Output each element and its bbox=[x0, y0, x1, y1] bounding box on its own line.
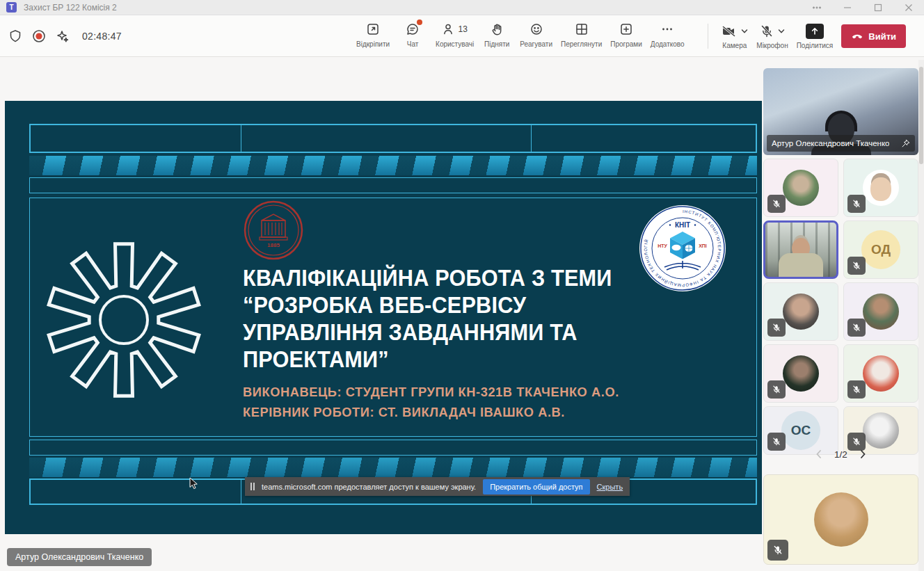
university-emblem: 1885 bbox=[243, 200, 304, 261]
participant-tile[interactable] bbox=[843, 159, 918, 217]
chat-unread-badge bbox=[417, 19, 422, 25]
participant-tile[interactable] bbox=[843, 344, 918, 403]
microphone-button[interactable]: Мікрофон bbox=[756, 23, 788, 49]
participants-grid: ОД ОС bbox=[763, 159, 918, 455]
slide-title: КВАЛІФІКАЦІЙНА РОБОТА З ТЕМИ “РОЗРОБКА В… bbox=[243, 265, 670, 373]
popout-icon bbox=[366, 21, 380, 38]
toolbar-left-group: 02:48:47 bbox=[8, 15, 122, 57]
banner-drag-handle-icon[interactable] bbox=[250, 483, 255, 490]
react-button[interactable]: Реагувати bbox=[516, 15, 557, 48]
presenter-name-tag: Артур Олександрович Ткаченко bbox=[7, 548, 152, 566]
muted-mic-icon bbox=[847, 319, 866, 337]
participant-initials: ОС bbox=[781, 411, 820, 450]
knit-left-text: НТУ bbox=[658, 243, 667, 248]
pinned-name-overlay: Артур Олександрович Ткаченко bbox=[767, 135, 915, 152]
more-actions-button[interactable]: Додатково bbox=[646, 15, 689, 48]
shield-icon bbox=[8, 29, 22, 43]
panel-scrollbar[interactable] bbox=[918, 60, 924, 571]
hang-up-icon bbox=[851, 30, 863, 42]
muted-mic-icon bbox=[767, 319, 786, 337]
unpin-label: Відкріпити bbox=[356, 40, 390, 48]
camera-chevron-icon[interactable] bbox=[741, 29, 748, 34]
more-actions-label: Додатково bbox=[651, 40, 685, 48]
participants-label: Користувачі bbox=[436, 40, 474, 48]
slide-thin-row-top bbox=[29, 177, 757, 193]
slide-subtitle: ВИКОНАВЕЦЬ: СТУДЕНТ ГРУПИ КН-321В ТКАЧЕН… bbox=[243, 382, 710, 423]
avatar bbox=[863, 412, 899, 449]
pager-next-icon[interactable] bbox=[859, 449, 867, 459]
avatar bbox=[783, 293, 819, 330]
slide-supervisor-line: КЕРІВНИК РОБОТИ: СТ. ВИКЛАДАЧ ІВАШКО А.В… bbox=[243, 402, 710, 422]
participant-tile[interactable] bbox=[763, 159, 838, 217]
minimize-icon[interactable] bbox=[832, 0, 863, 15]
add-app-icon bbox=[619, 21, 633, 38]
participant-tile[interactable] bbox=[763, 282, 838, 341]
maximize-icon[interactable] bbox=[863, 0, 893, 15]
participant-tile[interactable] bbox=[763, 344, 838, 403]
leave-label: Вийти bbox=[868, 31, 896, 42]
teams-meeting-window: T Захист БР 122 Комісія 2 02:48:47 bbox=[0, 0, 924, 571]
emblem-year: 1885 bbox=[267, 242, 280, 248]
raise-hand-icon bbox=[490, 21, 504, 38]
mic-chevron-icon[interactable] bbox=[778, 29, 785, 34]
participants-button[interactable]: 13 Користувачі bbox=[431, 15, 478, 48]
camera-label: Камера bbox=[722, 42, 747, 49]
pinned-video-tile[interactable]: Артур Олександрович Ткаченко bbox=[763, 68, 918, 155]
shared-screen-slide: 1885 ІНСТИТУТ КОМП'ЮТЕРНИХ НАУК ТА ІНФОР… bbox=[5, 101, 762, 534]
recording-indicator-icon bbox=[32, 29, 46, 43]
smiley-icon bbox=[529, 21, 543, 38]
slide-thin-row-bottom bbox=[29, 440, 757, 456]
participants-count: 13 bbox=[458, 24, 467, 34]
active-speaker-video-tile[interactable] bbox=[763, 220, 838, 279]
grid-view-icon bbox=[575, 21, 589, 38]
avatar bbox=[783, 355, 819, 392]
slide-executor-line: ВИКОНАВЕЦЬ: СТУДЕНТ ГРУПИ КН-321В ТКАЧЕН… bbox=[243, 382, 710, 402]
hide-banner-link[interactable]: Скрыть bbox=[597, 483, 623, 491]
window-title: Захист БР 122 Комісія 2 bbox=[24, 3, 117, 13]
gear-outline-graphic bbox=[44, 240, 204, 400]
camera-off-icon bbox=[721, 24, 738, 39]
avatar bbox=[863, 293, 899, 330]
slide-top-table bbox=[29, 124, 757, 153]
raise-hand-button[interactable]: Підняти bbox=[478, 15, 516, 48]
avatar bbox=[814, 492, 868, 547]
muted-mic-icon bbox=[847, 257, 866, 275]
teams-app-icon: T bbox=[6, 2, 17, 13]
slide-stripe-bar-bottom bbox=[29, 458, 757, 477]
scrollbar-thumb[interactable] bbox=[919, 67, 923, 164]
chat-icon bbox=[406, 21, 420, 38]
chat-label: Чат bbox=[407, 40, 419, 48]
meeting-timer: 02:48:47 bbox=[82, 31, 122, 42]
pinned-participant-name: Артур Олександрович Ткаченко bbox=[772, 139, 889, 147]
muted-mic-icon bbox=[847, 195, 866, 213]
leave-button[interactable]: Вийти bbox=[841, 24, 906, 48]
pager-prev-icon[interactable] bbox=[815, 449, 823, 459]
participant-tile[interactable]: ОД bbox=[843, 220, 918, 279]
raise-hand-label: Підняти bbox=[484, 40, 509, 48]
meeting-toolbar: 02:48:47 Відкріпити Чат 13 bbox=[0, 15, 924, 57]
avatar bbox=[863, 355, 899, 392]
window-more-icon[interactable] bbox=[802, 0, 832, 15]
close-icon[interactable] bbox=[893, 0, 924, 15]
window-titlebar: T Захист БР 122 Комісія 2 bbox=[0, 0, 924, 15]
toolbar-divider bbox=[708, 24, 708, 49]
participant-initials: ОД bbox=[861, 230, 900, 269]
apps-label: Програми bbox=[610, 40, 642, 48]
participants-pager: 1/2 bbox=[763, 445, 918, 463]
meeting-stage: 1885 ІНСТИТУТ КОМП'ЮТЕРНИХ НАУК ТА ІНФОР… bbox=[0, 57, 924, 571]
view-button[interactable]: Переглянути bbox=[557, 15, 606, 48]
participant-tile-large[interactable] bbox=[763, 474, 918, 565]
camera-button[interactable]: Камера bbox=[721, 23, 748, 49]
people-icon bbox=[442, 22, 456, 36]
participant-tile[interactable] bbox=[843, 282, 918, 341]
unpin-button[interactable]: Відкріпити bbox=[352, 15, 394, 48]
mic-off-icon bbox=[759, 24, 774, 39]
window-controls bbox=[802, 0, 924, 15]
share-button[interactable]: Поділитися bbox=[797, 23, 834, 49]
apps-button[interactable]: Програми bbox=[606, 15, 646, 48]
muted-mic-icon bbox=[847, 380, 866, 399]
sparkle-icon bbox=[56, 29, 70, 43]
chat-button[interactable]: Чат bbox=[394, 15, 431, 48]
pin-icon[interactable] bbox=[901, 139, 910, 148]
stop-sharing-button[interactable]: Прекратить общий доступ bbox=[483, 479, 589, 494]
